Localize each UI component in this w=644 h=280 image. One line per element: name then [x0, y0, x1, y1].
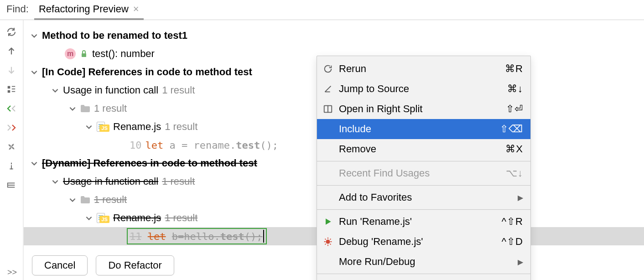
menu-item-label: Run 'Rename.js'	[339, 216, 496, 228]
js-file-icon: JS	[97, 122, 109, 132]
blank-icon	[322, 168, 333, 179]
tab-title: Refactoring Preview	[39, 3, 129, 15]
code-method: test	[236, 140, 260, 151]
svg-rect-5	[11, 163, 12, 165]
menu-separator	[317, 274, 530, 274]
code-lhs: a	[170, 140, 176, 151]
menu-shortcut: ^⇧D	[502, 236, 523, 248]
svg-point-14	[326, 239, 330, 244]
menu-separator	[317, 161, 530, 161]
folder-count: 1 result	[94, 194, 127, 206]
menu-item-label: Remove	[339, 143, 500, 155]
menu-item-label: Include	[339, 123, 494, 135]
chevron-down-icon	[30, 31, 38, 40]
chevron-down-icon	[51, 177, 59, 186]
svg-rect-1	[8, 90, 10, 93]
code-keyword: let	[145, 140, 164, 151]
svg-rect-3	[12, 88, 15, 89]
menu-item-add-to-favorites[interactable]: Add to Favorites▶	[317, 187, 530, 207]
folder-icon	[80, 104, 90, 113]
split-right-icon	[322, 104, 333, 114]
refresh-icon[interactable]	[5, 26, 18, 38]
menu-item-label: Recent Find Usages	[339, 167, 500, 179]
menu-item-run-rename-js[interactable]: Run 'Rename.js'^⇧R	[317, 212, 530, 232]
menu-item-label: Open in Right Split	[339, 103, 500, 115]
code-tail: ();	[260, 140, 278, 151]
usage-label: Usage in function call	[63, 176, 158, 187]
folder-count: 1 result	[94, 103, 127, 114]
file-name: Rename.js	[113, 121, 161, 133]
chevron-down-icon	[30, 159, 38, 167]
menu-item-more-run-debug[interactable]: More Run/Debug▶	[317, 252, 530, 272]
chevron-down-icon	[68, 104, 77, 113]
menu-shortcut: ⇧⏎	[506, 103, 523, 115]
jump-source-icon	[322, 83, 333, 94]
file-count: 1 result	[165, 121, 197, 133]
line-number: 11	[130, 231, 142, 242]
menu-separator	[317, 185, 530, 186]
usage-label: Usage in function call	[63, 84, 158, 96]
pin-icon[interactable]	[5, 179, 18, 192]
usage-count: 1 result	[162, 176, 195, 187]
svg-rect-0	[8, 86, 10, 89]
root-title: Method to be renamed to test1	[42, 30, 187, 41]
text-caret	[263, 230, 264, 243]
cancel-button[interactable]: Cancel	[32, 255, 88, 275]
arrow-down-icon[interactable]	[5, 64, 18, 77]
tab-refactoring-preview[interactable]: Refactoring Preview ×	[34, 0, 144, 20]
menu-shortcut: ⌘X	[505, 143, 523, 155]
svg-rect-12	[82, 53, 86, 57]
diff-right-icon[interactable]	[5, 121, 18, 134]
menu-item-label: Rerun	[339, 63, 499, 75]
info-icon[interactable]	[5, 160, 18, 172]
menu-item-open-in-right-split[interactable]: Open in Right Split⇧⏎	[317, 99, 530, 119]
arrow-up-icon[interactable]	[5, 45, 18, 57]
chevron-down-icon	[30, 68, 38, 76]
do-refactor-button[interactable]: Do Refactor	[96, 255, 174, 275]
method-signature: test(): number	[92, 48, 155, 60]
group-by-icon[interactable]	[5, 83, 18, 96]
diff-left-icon[interactable]	[5, 102, 18, 115]
menu-item-jump-to-source[interactable]: Jump to Source⌘↓	[317, 79, 530, 99]
blank-icon	[322, 144, 333, 155]
svg-rect-2	[12, 86, 15, 87]
menu-item-label: More Run/Debug	[339, 256, 512, 268]
blank-icon	[322, 192, 333, 203]
usage-count: 1 result	[162, 84, 195, 96]
submenu-arrow-icon: ▶	[518, 258, 523, 266]
code-tail: ();	[244, 231, 263, 242]
chevron-down-icon	[68, 196, 77, 204]
svg-rect-7	[10, 169, 13, 170]
js-file-icon: JS	[97, 213, 109, 223]
menu-item-label: Add to Favorites	[339, 192, 512, 203]
code-method: test	[220, 231, 244, 242]
svg-rect-8	[8, 185, 15, 186]
svg-rect-4	[12, 91, 15, 92]
menu-item-label: Jump to Source	[339, 83, 502, 95]
folder-icon	[80, 196, 90, 204]
chevron-down-icon	[85, 214, 93, 222]
file-count: 1 result	[165, 212, 197, 224]
menu-item-rerun[interactable]: Rerun⌘R	[317, 59, 530, 79]
tool-sidebar	[0, 20, 24, 280]
fan-settings-icon[interactable]	[5, 140, 18, 153]
menu-item-include[interactable]: Include⇧⌫	[317, 119, 530, 139]
menu-shortcut: ⌥↓	[506, 167, 523, 179]
topbar: Find: Refactoring Preview ×	[0, 0, 644, 20]
close-icon[interactable]: ×	[133, 4, 139, 14]
rerun-icon	[322, 63, 333, 74]
menu-item-recent-find-usages: Recent Find Usages⌥↓	[317, 163, 530, 183]
group-title: [In Code] References in code to method t…	[42, 66, 252, 78]
svg-rect-10	[8, 187, 15, 188]
menu-shortcut: ⌘↓	[507, 83, 523, 95]
menu-item-debug-rename-js[interactable]: Debug 'Rename.js'^⇧D	[317, 232, 530, 252]
menu-separator	[317, 209, 530, 210]
menu-item-remove[interactable]: Remove⌘X	[317, 139, 530, 159]
context-menu: Rerun⌘RJump to Source⌘↓Open in Right Spl…	[317, 56, 531, 280]
blank-icon	[322, 124, 333, 135]
menu-item-export-to-text-file[interactable]: Export to Text File^O	[317, 276, 530, 280]
group-title: [Dynamic] References in code to method t…	[42, 157, 257, 169]
code-obj: hello.	[184, 231, 220, 242]
tree-root[interactable]: Method to be renamed to test1	[24, 26, 644, 45]
overflow-icon[interactable]: >>	[7, 268, 17, 277]
